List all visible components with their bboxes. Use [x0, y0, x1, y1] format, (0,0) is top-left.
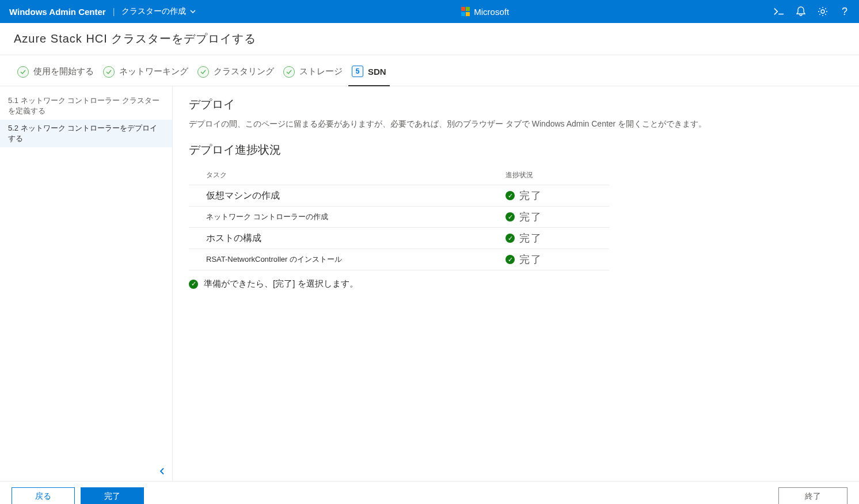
- svg-point-0: [821, 10, 824, 13]
- check-icon: [283, 66, 295, 78]
- success-check-icon: ✓: [505, 255, 515, 264]
- task-name: ホストの構成: [206, 232, 505, 245]
- col-header-status: 進捗状況: [505, 170, 533, 180]
- help-icon[interactable]: ?: [839, 6, 850, 17]
- task-status: 完了: [519, 210, 542, 224]
- page-title: Azure Stack HCI クラスターをデプロイする: [0, 23, 859, 55]
- collapse-sidebar-icon[interactable]: [158, 467, 166, 475]
- app-header: Windows Admin Center | クラスターの作成 Microsof…: [0, 0, 859, 23]
- powershell-icon[interactable]: [774, 6, 784, 17]
- success-check-icon: ✓: [505, 212, 515, 222]
- step-label: 使用を開始する: [33, 66, 94, 77]
- exit-button[interactable]: 終了: [778, 487, 847, 505]
- task-status: 完了: [519, 253, 542, 266]
- context-dropdown[interactable]: クラスターの作成: [121, 6, 196, 17]
- task-name: 仮想マシンの作成: [206, 190, 505, 202]
- wizard-footer: 戻る 完了 終了: [0, 481, 859, 504]
- ready-text: 準備ができたら、[完了] を選択します。: [204, 278, 358, 289]
- section-heading-deploy: デプロイ: [189, 97, 843, 112]
- context-label: クラスターの作成: [121, 6, 186, 17]
- check-icon: [197, 66, 209, 78]
- check-icon: [103, 66, 115, 78]
- check-icon: [17, 66, 29, 78]
- table-row: RSAT-NetworkController のインストール ✓完了: [189, 249, 609, 270]
- notifications-icon[interactable]: [796, 6, 806, 17]
- main-content: デプロイ デプロイの間、このページに留まる必要がありますが、必要であれば、別のブ…: [173, 86, 859, 481]
- settings-gear-icon[interactable]: [818, 6, 828, 17]
- task-name: ネットワーク コントローラーの作成: [206, 212, 505, 222]
- step-storage[interactable]: ストレージ: [280, 62, 346, 86]
- header-divider: |: [113, 7, 115, 16]
- table-row: ネットワーク コントローラーの作成 ✓完了: [189, 207, 609, 228]
- success-check-icon: ✓: [505, 191, 515, 200]
- table-row: ホストの構成 ✓完了: [189, 228, 609, 249]
- step-label: SDN: [368, 67, 386, 77]
- step-label: クラスタリング: [214, 66, 274, 77]
- task-name: RSAT-NetworkController のインストール: [206, 254, 505, 265]
- section-heading-progress: デプロイ進捗状況: [189, 142, 843, 158]
- sidebar-item-define-nc-cluster[interactable]: 5.1 ネットワーク コントローラー クラスターを定義する: [0, 92, 172, 120]
- back-button[interactable]: 戻る: [12, 487, 75, 505]
- substep-sidebar: 5.1 ネットワーク コントローラー クラスターを定義する 5.2 ネットワーク…: [0, 86, 173, 481]
- wizard-steps: 使用を開始する ネットワーキング クラスタリング ストレージ 5 SDN: [0, 55, 859, 86]
- step-networking[interactable]: ネットワーキング: [100, 62, 192, 86]
- step-sdn[interactable]: 5 SDN: [348, 61, 390, 86]
- step-number-badge: 5: [352, 66, 363, 77]
- app-title: Windows Admin Center: [9, 7, 106, 17]
- step-clustering[interactable]: クラスタリング: [194, 62, 278, 86]
- microsoft-logo-icon: [461, 7, 470, 16]
- brand-label: Microsoft: [474, 7, 509, 17]
- chevron-down-icon: [189, 8, 196, 15]
- sidebar-item-deploy-nc[interactable]: 5.2 ネットワーク コントローラーをデプロイする: [0, 120, 172, 147]
- success-check-icon: ✓: [505, 234, 515, 243]
- task-status: 完了: [519, 231, 542, 245]
- success-check-icon: ✓: [189, 280, 198, 289]
- deploy-description: デプロイの間、このページに留まる必要がありますが、必要であれば、別のブラウザー …: [189, 119, 843, 129]
- step-label: ストレージ: [299, 66, 343, 77]
- progress-table: タスク 進捗状況 仮想マシンの作成 ✓完了 ネットワーク コントローラーの作成 …: [189, 166, 609, 270]
- ready-message: ✓ 準備ができたら、[完了] を選択します。: [189, 278, 843, 289]
- task-status: 完了: [519, 189, 542, 203]
- finish-button[interactable]: 完了: [81, 487, 144, 505]
- col-header-task: タスク: [206, 170, 505, 180]
- step-label: ネットワーキング: [119, 66, 188, 77]
- step-get-started[interactable]: 使用を開始する: [14, 62, 97, 86]
- table-row: 仮想マシンの作成 ✓完了: [189, 185, 609, 207]
